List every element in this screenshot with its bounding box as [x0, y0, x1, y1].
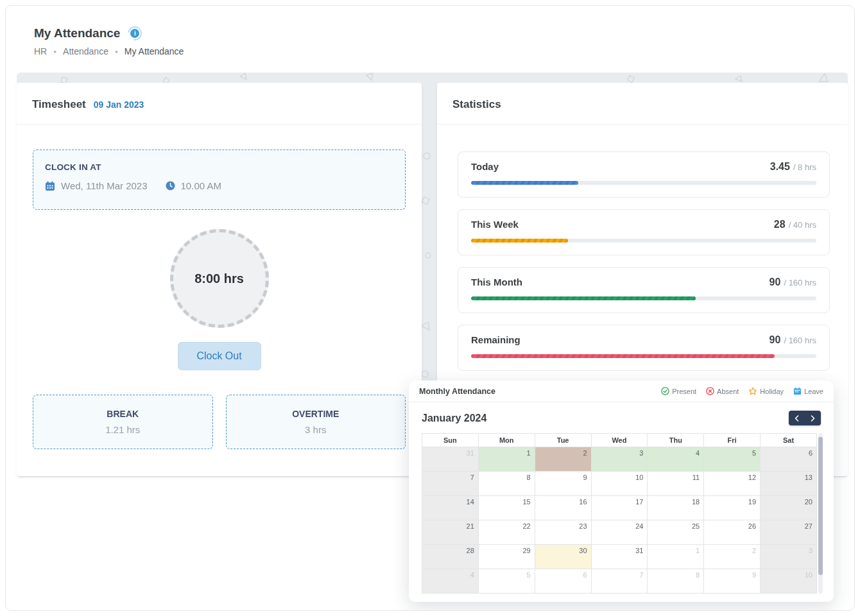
calendar-day-cell[interactable]: 14	[422, 496, 479, 520]
calendar-icon	[45, 181, 55, 191]
overtime-value: 3 hrs	[305, 424, 326, 435]
calendar-day-cell[interactable]: 6	[535, 569, 591, 594]
calendar-day-cell[interactable]: 7	[422, 472, 479, 496]
day-header-tue: Tue	[535, 434, 591, 447]
monthly-attendance-card: Monthly Attendance Present Absent Holida…	[409, 381, 834, 602]
clock-out-button[interactable]: Clock Out	[178, 342, 261, 370]
clock-in-box: CLOCK IN AT Wed, 11th Mar 2023 10.00 AM	[33, 150, 406, 210]
calendar-day-cell[interactable]: 25	[648, 520, 704, 545]
calendar-day-cell[interactable]: 10	[591, 472, 648, 496]
next-month-button[interactable]	[805, 411, 821, 425]
calendar-icon	[793, 387, 802, 395]
break-label: BREAK	[107, 409, 139, 419]
timesheet-header: Timesheet 09 Jan 2023	[17, 83, 422, 124]
calendar-day-cell[interactable]: 9	[535, 472, 591, 496]
calendar-day-cell[interactable]: 23	[535, 520, 591, 545]
app-window: My Attendance i HR ● Attendance ● My Att…	[5, 5, 855, 611]
stat-row-this-week: This Week 28/ 40 hrs	[458, 209, 830, 255]
stat-total: / 40 hrs	[789, 220, 816, 230]
legend-leave: Leave	[793, 387, 823, 395]
scrollbar-thumb[interactable]	[818, 437, 823, 575]
calendar-day-cell[interactable]: 31	[422, 447, 479, 472]
breadcrumb-my-attendance: My Attendance	[125, 46, 184, 56]
calendar-day-cell[interactable]: 7	[591, 569, 648, 594]
stat-value: 90	[770, 277, 781, 288]
stat-label: This Month	[471, 277, 522, 287]
calendar-day-cell[interactable]: 4	[648, 447, 704, 472]
calendar-day-cell[interactable]: 9	[704, 569, 761, 594]
breadcrumb-separator-icon: ●	[53, 49, 56, 55]
break-box: BREAK 1.21 hrs	[33, 395, 213, 449]
calendar-day-cell[interactable]: 2	[704, 545, 761, 569]
stat-value: 28	[774, 219, 786, 230]
timesheet-card: Timesheet 09 Jan 2023 CLOCK IN AT Wed, 1…	[17, 83, 422, 476]
chevron-left-icon	[795, 415, 799, 422]
calendar-day-cell[interactable]: 15	[478, 496, 535, 520]
calendar-day-cell[interactable]: 2	[535, 447, 591, 472]
progress-bar-track	[471, 239, 816, 243]
calendar-day-cell[interactable]: 3	[761, 545, 817, 569]
total-hours-circle: 8:00 hrs	[170, 229, 269, 328]
calendar-day-cell[interactable]: 13	[761, 472, 817, 496]
calendar-day-cell[interactable]: 3	[591, 447, 648, 472]
calendar-day-cell[interactable]: 31	[591, 545, 648, 569]
calendar-day-cell[interactable]: 24	[591, 520, 648, 545]
calendar-legend: Present Absent Holiday Leave	[661, 387, 823, 396]
stat-total: / 8 hrs	[793, 162, 816, 172]
calendar-day-cell[interactable]: 19	[704, 496, 761, 520]
calendar-day-cell[interactable]: 8	[648, 569, 704, 594]
calendar-day-cell[interactable]: 17	[591, 496, 648, 520]
day-header-fri: Fri	[704, 434, 761, 447]
calendar-day-cell[interactable]: 30	[535, 545, 591, 569]
legend-present: Present	[661, 387, 696, 395]
calendar-day-cell[interactable]: 27	[761, 520, 817, 545]
month-navigation	[789, 411, 821, 425]
breadcrumb-attendance[interactable]: Attendance	[63, 46, 108, 56]
breadcrumb: HR ● Attendance ● My Attendance	[34, 46, 184, 56]
stat-row-remaining: Remaining 90/ 160 hrs	[458, 325, 830, 371]
day-header-thu: Thu	[648, 434, 704, 447]
breadcrumb-separator-icon: ●	[115, 49, 118, 55]
calendar-day-cell[interactable]: 1	[478, 447, 535, 472]
page-title: My Attendance	[34, 26, 120, 40]
calendar-day-cell[interactable]: 21	[422, 520, 479, 545]
clock-icon	[166, 181, 175, 191]
progress-bar-fill	[471, 354, 775, 358]
calendar-day-cell[interactable]: 26	[704, 520, 761, 545]
calendar-scrollbar[interactable]	[818, 433, 823, 594]
clock-in-time: 10.00 AM	[181, 180, 221, 191]
calendar-day-cell[interactable]: 20	[761, 496, 817, 520]
info-icon[interactable]: i	[128, 26, 142, 40]
calendar-table: SunMonTueWedThuFriSat 311234567891011121…	[422, 433, 817, 594]
stat-label: Today	[471, 161, 499, 172]
day-header-mon: Mon	[478, 434, 535, 447]
timesheet-date[interactable]: 09 Jan 2023	[94, 99, 144, 110]
overtime-label: OVERTIME	[292, 409, 339, 419]
calendar-day-cell[interactable]: 18	[648, 496, 704, 520]
stat-row-today: Today 3.45/ 8 hrs	[458, 151, 830, 198]
calendar-day-cell[interactable]: 8	[478, 472, 535, 496]
calendar-day-cell[interactable]: 29	[478, 545, 535, 569]
prev-month-button[interactable]	[789, 411, 805, 425]
calendar-day-cell[interactable]: 5	[478, 569, 535, 594]
calendar-day-cell[interactable]: 1	[648, 545, 704, 569]
statistics-header: Statistics	[437, 83, 848, 124]
calendar-day-cell[interactable]: 16	[535, 496, 591, 520]
check-circle-icon	[661, 387, 669, 395]
calendar-day-cell[interactable]: 12	[704, 472, 761, 496]
stat-value: 3.45	[770, 161, 790, 173]
calendar-day-cell[interactable]: 28	[422, 545, 479, 569]
legend-holiday: Holiday	[748, 387, 784, 396]
monthly-attendance-title: Monthly Attendance	[419, 387, 495, 396]
calendar-day-cell[interactable]: 11	[648, 472, 704, 496]
calendar-day-cell[interactable]: 6	[761, 447, 817, 472]
stat-value: 90	[770, 334, 781, 346]
breadcrumb-hr[interactable]: HR	[34, 46, 47, 56]
calendar-day-cell[interactable]: 4	[422, 569, 479, 594]
overtime-box: OVERTIME 3 hrs	[226, 395, 406, 449]
calendar-day-cell[interactable]: 22	[478, 520, 535, 545]
calendar-day-cell[interactable]: 10	[761, 569, 817, 594]
progress-bar-track	[471, 296, 816, 300]
calendar-day-cell[interactable]: 5	[704, 447, 761, 472]
day-header-wed: Wed	[591, 434, 648, 447]
